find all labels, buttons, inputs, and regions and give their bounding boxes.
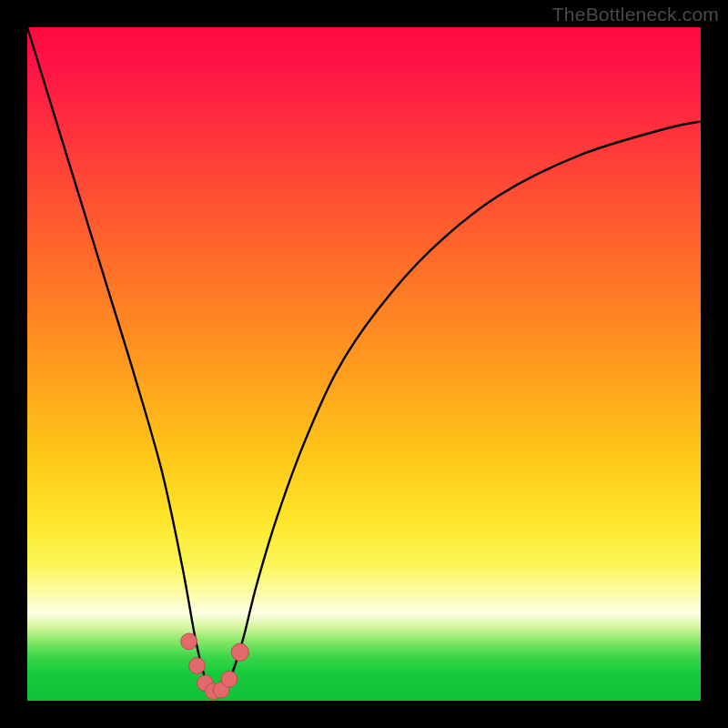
curve-marker-dot <box>221 671 238 687</box>
chart-frame: TheBottleneck.com <box>0 0 728 728</box>
plot-area <box>27 27 701 701</box>
bottleneck-curve-path <box>27 27 701 695</box>
curve-marker-dot <box>189 658 206 674</box>
curve-marker-dot <box>181 633 197 650</box>
curve-marker-dot <box>231 643 248 661</box>
curve-markers <box>181 633 249 700</box>
watermark-text: TheBottleneck.com <box>552 4 719 25</box>
bottleneck-curve-svg <box>27 27 701 701</box>
